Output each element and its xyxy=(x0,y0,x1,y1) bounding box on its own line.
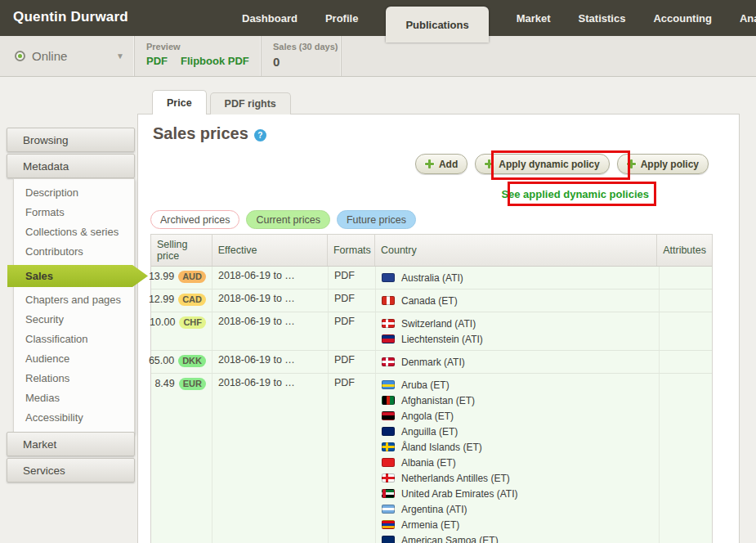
currency-badge-dkk: DKK xyxy=(178,355,206,367)
sidebar-section-market[interactable]: Market xyxy=(7,432,135,456)
preview-link-pdf[interactable]: PDF xyxy=(146,55,168,67)
currency-badge-aud: AUD xyxy=(178,271,206,283)
country-angola: Angola (ET) xyxy=(382,408,653,424)
nav-item-statistics[interactable]: Statistics xyxy=(579,12,626,25)
tab-price[interactable]: Price xyxy=(152,90,207,114)
page-title: Sales prices ? xyxy=(153,124,266,143)
currency-badge-chf: CHF xyxy=(179,316,206,329)
cell-attributes xyxy=(660,289,712,312)
flag-icon-canada xyxy=(382,296,395,305)
sidebar-item-description[interactable]: Description xyxy=(14,183,134,203)
preview-link-flipbook-pdf[interactable]: Flipbook PDF xyxy=(181,55,249,67)
country-netherlands-antilles: Netherlands Antilles (ET) xyxy=(382,470,653,486)
sidebar-item-contributors[interactable]: Contributors xyxy=(14,242,134,262)
country-label: United Arab Emirates (ATI) xyxy=(401,488,518,500)
button-apply-dynamic-policy[interactable]: Apply dynamic policy xyxy=(475,154,609,174)
country-label: Armenia (ET) xyxy=(401,519,459,531)
button-apply-policy[interactable]: Apply policy xyxy=(617,154,709,174)
flag-icon-aruba xyxy=(382,380,395,389)
sidebar-section-services[interactable]: Services xyxy=(7,458,135,482)
flag-icon-argentina xyxy=(382,505,395,514)
country-canada: Canada (ET) xyxy=(382,293,653,308)
country-label: Switzerland (ATI) xyxy=(401,318,476,330)
flag-icon-albania xyxy=(382,458,395,467)
button-add[interactable]: Add xyxy=(415,154,467,174)
flag-icon-australia xyxy=(382,273,395,282)
country-label: Albania (ET) xyxy=(401,457,456,469)
country-label: Liechtenstein (ATI) xyxy=(401,334,483,345)
flag-icon-denmark xyxy=(382,357,395,366)
cell-formats: PDF xyxy=(329,312,376,350)
top-navigation: DashboardProfile Publications MarketStat… xyxy=(242,0,756,36)
price-value: 13.99 xyxy=(149,270,174,284)
sidebar-item-accessibility[interactable]: Accessibility xyxy=(14,408,134,428)
country-label: Canada (ET) xyxy=(401,295,458,307)
country-label: Netherlands Antilles (ET) xyxy=(401,473,510,484)
flag-icon-united-arab-emirates xyxy=(382,489,395,498)
sidebar-section-metadata[interactable]: Metadata xyxy=(7,154,135,178)
table-row: 10.00CHF2018-06-19 to …PDFSwitzerland (A… xyxy=(151,312,712,351)
status-label: Online xyxy=(32,49,116,63)
tab-publications[interactable]: Publications xyxy=(386,7,488,43)
filter-future-prices[interactable]: Future prices xyxy=(337,210,416,229)
button-label: Apply dynamic policy xyxy=(499,159,599,170)
sales-30-days-value: 0 xyxy=(273,55,341,69)
column-header-formats: Formats xyxy=(328,235,375,266)
nav-item-profile[interactable]: Profile xyxy=(325,12,358,25)
nav-item-accounting[interactable]: Accounting xyxy=(653,12,712,25)
sidebar-section-browsing[interactable]: Browsing xyxy=(7,128,135,152)
country-liechtenstein: Liechtenstein (ATI) xyxy=(382,331,653,347)
sidebar-item-security[interactable]: Security xyxy=(14,310,134,330)
preview-section: Preview PDFFlipbook PDF xyxy=(135,36,262,76)
filter-archived-prices[interactable]: Archived prices xyxy=(150,210,239,229)
country-label: Australia (ATI) xyxy=(401,272,463,284)
sidebar-item-formats[interactable]: Formats xyxy=(14,203,134,222)
cell-effective: 2018-06-19 to … xyxy=(212,351,329,373)
country-switzerland: Switzerland (ATI) xyxy=(382,316,653,331)
see-applied-dynamic-policies-link[interactable]: See applied dynamic policies xyxy=(501,188,649,200)
nav-item-analytics[interactable]: Analytics xyxy=(740,12,756,25)
column-header-attributes: Attributes xyxy=(657,235,712,266)
sidebar-item-collections-series[interactable]: Collections & series xyxy=(14,222,134,242)
cell-attributes xyxy=(660,374,712,543)
nav-item-dashboard[interactable]: Dashboard xyxy=(242,12,297,25)
cell-formats: PDF xyxy=(329,351,376,373)
flag-icon-afghanistan xyxy=(382,396,395,405)
price-value: 12.99 xyxy=(149,293,174,307)
country-label: Anguilla (ET) xyxy=(401,426,458,438)
flag-icon-angola xyxy=(382,411,395,420)
sales-30-days-label: Sales (30 days) xyxy=(273,42,341,52)
sales-prices-table: Selling priceEffectiveFormatsCountryAttr… xyxy=(150,234,713,543)
country-label: Argentina (ATI) xyxy=(401,504,467,515)
tab-pdf-rights[interactable]: PDF rights xyxy=(210,92,291,114)
cell-attributes xyxy=(660,312,712,350)
flag-icon-armenia xyxy=(382,520,395,529)
sidebar-item-relations[interactable]: Relations xyxy=(14,369,134,388)
plus-icon xyxy=(627,159,636,168)
cell-effective: 2018-06-19 to … xyxy=(212,374,329,543)
sales-30-days-section: Sales (30 days) 0 xyxy=(262,36,342,76)
help-icon[interactable]: ? xyxy=(254,129,266,141)
sidebar-item-sales[interactable]: Sales xyxy=(7,265,148,287)
cell-attributes xyxy=(660,267,712,289)
sidebar-item-audience[interactable]: Audience xyxy=(14,349,134,369)
currency-badge-eur: EUR xyxy=(179,378,206,390)
sidebar-item-medias[interactable]: Medias xyxy=(14,388,134,408)
sidebar-item-chapters-and-pages[interactable]: Chapters and pages xyxy=(14,290,134,310)
filter-current-prices[interactable]: Current prices xyxy=(246,210,330,229)
table-row: 12.99CAD2018-06-19 to …PDFCanada (ET) xyxy=(151,289,712,312)
nav-item-market[interactable]: Market xyxy=(517,12,551,25)
flag-icon-netherlands-antilles xyxy=(382,473,395,482)
column-header-selling-price: Selling price xyxy=(151,235,212,266)
currency-badge-cad: CAD xyxy=(178,294,206,306)
cell-selling-price: 65.00DKK xyxy=(151,351,212,373)
cell-formats: PDF xyxy=(329,267,376,289)
status-dropdown[interactable]: Online ▼ xyxy=(0,36,135,76)
table-row: 8.49EUR2018-06-19 to …PDFAruba (ET)Afgha… xyxy=(151,374,712,543)
publication-title: Quentin Durward xyxy=(13,9,128,25)
cell-selling-price: 10.00CHF xyxy=(151,312,212,350)
country-armenia: Armenia (ET) xyxy=(382,517,653,532)
price-value: 10.00 xyxy=(150,316,175,330)
country-australia: Australia (ATI) xyxy=(382,270,653,285)
sidebar-item-classification[interactable]: Classification xyxy=(14,330,134,349)
